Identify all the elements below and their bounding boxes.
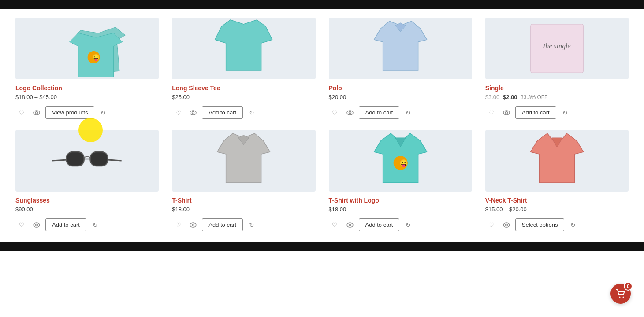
compare-btn-polo[interactable]: ↻ (402, 107, 414, 119)
product-card-polo: Polo $20.00 ♡ Add to cart ↻ (322, 13, 479, 125)
wishlist-btn-tshirt-logo[interactable]: ♡ (329, 219, 341, 231)
product-card-vneck: V-Neck T-Shirt $15.00 – $20.00 ♡ Select … (479, 125, 635, 238)
action-row-vneck: ♡ Select options ↻ (485, 218, 629, 231)
svg-point-8 (190, 111, 196, 115)
product-name-sunglasses[interactable]: Sunglasses (15, 197, 159, 204)
product-card-sunglasses: Sunglasses $90.00 ♡ Add to cart ↻ (9, 125, 165, 238)
product-image-sunglasses (15, 130, 159, 192)
quickview-btn-vneck[interactable] (500, 219, 513, 231)
svg-line-22 (108, 160, 122, 161)
svg-text:😛: 😛 (92, 54, 100, 61)
top-bar (0, 0, 644, 9)
price-single: $3.00 $2.00 33.3% OFF (485, 94, 629, 102)
add-to-cart-btn-tshirt-logo[interactable]: Add to cart (359, 218, 400, 231)
product-image-tshirt-logo: 😛 (329, 130, 472, 192)
price-polo: $20.00 (329, 94, 472, 102)
svg-rect-19 (67, 152, 84, 166)
product-card-logo-collection: 😛 Logo Collection $18.00 – $45.00 ♡ View… (9, 13, 165, 125)
product-card-single: the single Single $3.00 $2.00 33.3% OFF … (479, 13, 635, 125)
product-image-long-sleeve (172, 18, 315, 79)
price-logo-collection: $18.00 – $45.00 (15, 94, 159, 102)
svg-text:😛: 😛 (399, 159, 408, 167)
wishlist-btn-tshirt[interactable]: ♡ (172, 219, 184, 231)
svg-point-17 (505, 111, 507, 114)
add-to-cart-btn-tshirt[interactable]: Add to cart (202, 218, 243, 231)
compare-btn-logo-collection[interactable]: ↻ (97, 107, 109, 119)
view-products-btn[interactable]: View products (45, 106, 94, 119)
compare-btn-long-sleeve[interactable]: ↻ (246, 107, 258, 119)
add-to-cart-btn-long-sleeve[interactable]: Add to cart (202, 106, 243, 119)
compare-btn-sunglasses[interactable]: ↻ (89, 219, 101, 231)
product-card-tshirt: T-Shirt $18.00 ♡ Add to cart ↻ (165, 125, 322, 238)
svg-point-5 (34, 111, 40, 115)
action-row-long-sleeve: ♡ Add to cart ↻ (172, 106, 315, 119)
compare-btn-vneck[interactable]: ↻ (567, 219, 579, 231)
action-row-sunglasses: ♡ Add to cart ↻ (15, 218, 159, 231)
wishlist-btn-polo[interactable]: ♡ (329, 107, 341, 119)
product-grid: 😛 Logo Collection $18.00 – $45.00 ♡ View… (0, 9, 644, 242)
add-to-cart-btn-polo[interactable]: Add to cart (359, 106, 400, 119)
quickview-btn-tshirt-logo[interactable] (344, 219, 356, 231)
svg-marker-7 (215, 20, 272, 70)
compare-btn-tshirt-logo[interactable]: ↻ (402, 219, 414, 231)
quickview-btn-single[interactable] (500, 107, 513, 119)
quickview-btn-polo[interactable] (344, 107, 356, 119)
wishlist-btn-vneck[interactable]: ♡ (485, 219, 498, 231)
product-name-vneck[interactable]: V-Neck T-Shirt (485, 197, 629, 204)
product-name-long-sleeve[interactable]: Long Sleeve Tee (172, 85, 315, 92)
svg-point-24 (36, 224, 38, 226)
action-row-tshirt: ♡ Add to cart ↻ (172, 218, 315, 231)
svg-point-28 (192, 224, 194, 226)
quickview-btn-tshirt[interactable] (187, 219, 199, 231)
product-image-vneck (485, 130, 629, 192)
add-to-cart-btn-single[interactable]: Add to cart (515, 106, 556, 119)
product-image-single: the single (485, 18, 629, 79)
price-discount-single: 33.3% OFF (521, 94, 547, 100)
svg-point-34 (349, 224, 351, 226)
compare-btn-single[interactable]: ↻ (559, 107, 571, 119)
price-long-sleeve: $25.00 (172, 94, 315, 102)
quickview-btn-sunglasses[interactable] (30, 219, 43, 231)
svg-text:the single: the single (543, 42, 570, 50)
action-row-logo-collection: ♡ View products ↻ (15, 106, 159, 119)
add-to-cart-btn-sunglasses[interactable]: Add to cart (45, 218, 86, 231)
product-name-single[interactable]: Single (485, 85, 629, 92)
price-sale-single: $2.00 (503, 94, 517, 100)
svg-point-38 (505, 224, 507, 226)
svg-point-16 (503, 111, 510, 115)
svg-rect-20 (90, 152, 108, 166)
quickview-btn-long-sleeve[interactable] (187, 107, 199, 119)
svg-point-33 (347, 223, 353, 227)
wishlist-btn-long-sleeve[interactable]: ♡ (172, 107, 184, 119)
svg-point-9 (192, 111, 194, 114)
product-name-logo-collection[interactable]: Logo Collection (15, 85, 159, 92)
quickview-btn-logo-collection[interactable] (30, 107, 43, 119)
wishlist-btn-sunglasses[interactable]: ♡ (15, 219, 28, 231)
price-tshirt: $18.00 (172, 206, 315, 214)
price-original-single: $3.00 (485, 94, 500, 100)
wishlist-btn-single[interactable]: ♡ (485, 107, 498, 119)
price-sunglasses: $90.00 (15, 206, 159, 214)
product-name-polo[interactable]: Polo (329, 85, 472, 92)
wishlist-btn-logo-collection[interactable]: ♡ (15, 107, 28, 119)
svg-point-12 (347, 111, 353, 115)
svg-point-23 (34, 223, 40, 227)
bottom-bar (0, 242, 644, 251)
svg-line-18 (52, 160, 67, 161)
action-row-tshirt-logo: ♡ Add to cart ↻ (329, 218, 472, 231)
svg-point-13 (349, 111, 351, 114)
svg-point-37 (503, 223, 510, 227)
svg-point-6 (36, 111, 38, 114)
product-image-polo (329, 18, 472, 79)
product-image-tshirt (172, 130, 315, 192)
select-options-btn-vneck[interactable]: Select options (515, 218, 565, 231)
compare-btn-tshirt[interactable]: ↻ (246, 219, 258, 231)
price-tshirt-logo: $18.00 (329, 206, 472, 214)
product-image-logo-collection: 😛 (15, 18, 159, 79)
price-vneck: $15.00 – $20.00 (485, 206, 629, 214)
product-card-long-sleeve-tee: Long Sleeve Tee $25.00 ♡ Add to cart ↻ (165, 13, 322, 125)
product-name-tshirt-logo[interactable]: T-Shirt with Logo (329, 197, 472, 204)
action-row-single: ♡ Add to cart ↻ (485, 106, 629, 119)
product-card-tshirt-logo: 😛 T-Shirt with Logo $18.00 ♡ Add to cart… (322, 125, 479, 238)
product-name-tshirt[interactable]: T-Shirt (172, 197, 315, 204)
